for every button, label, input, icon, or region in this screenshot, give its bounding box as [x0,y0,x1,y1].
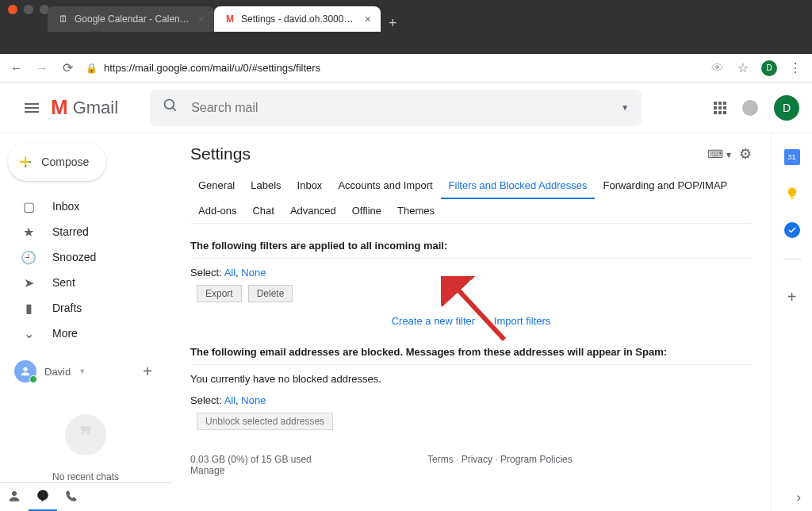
browser-tab-calendar[interactable]: 🗓 Google Calendar - Calendar sett × [48,6,214,32]
select-label: Select: [190,267,222,279]
browser-profile-badge[interactable]: D [761,60,777,76]
address-bar: ← → ⟳ 🔒 https://mail.google.com/mail/u/0… [0,54,812,83]
storage-text: 0.03 GB (0%) of 15 GB used [190,454,312,465]
compose-plus-icon: + [19,149,32,175]
browser-menu-icon[interactable]: ⋮ [788,60,802,75]
tab-advanced[interactable]: Advanced [282,198,344,223]
browser-chrome: 🗓 Google Calendar - Calendar sett × M Se… [0,0,812,54]
sidebar-item-starred[interactable]: ★ Starred [0,219,171,244]
gmail-m-icon: M [51,95,68,120]
tab-title: Settings - david.oh.3000@gma [241,13,360,25]
select-all-link[interactable]: All [224,394,236,406]
content: Settings ⌨ ▾ ⚙ GeneralLabelsInboxAccount… [171,133,771,511]
addr-right: 👁 ☆ D ⋮ [710,60,802,76]
tasks-addon-icon[interactable] [784,222,800,238]
clock-icon: 🕘 [21,250,36,265]
import-filters-link[interactable]: Import filters [494,315,551,327]
hangouts-area: ❞ No recent chats Start a new one [0,382,171,494]
tab-forwarding-and-pop-imap[interactable]: Forwarding and POP/IMAP [595,173,735,198]
gmail-logo-text: Gmail [73,98,118,118]
account-avatar[interactable]: D [774,95,799,121]
main-area: + Compose ▢ Inbox ★ Starred 🕘 Snoozed ➤ … [0,133,812,511]
url-input[interactable]: 🔒 https://mail.google.com/mail/u/0/#sett… [86,62,699,74]
sidebar-item-sent[interactable]: ➤ Sent [0,270,171,295]
notifications-icon[interactable] [742,100,758,116]
page-title: Settings [190,144,251,163]
tab-close-icon[interactable]: × [365,13,371,25]
footer: 0.03 GB (0%) of 15 GB used Manage Terms … [190,454,752,476]
tab-inbox[interactable]: Inbox [289,173,331,198]
add-user-icon[interactable]: + [143,363,159,381]
gmail-logo[interactable]: M Gmail [51,95,118,120]
compose-button[interactable]: + Compose [8,143,106,181]
tab-title: Google Calendar - Calendar sett [75,13,193,25]
gmail-header: M Gmail ▼ D [0,83,812,133]
nav-forward-icon[interactable]: → [35,61,49,75]
nav-reload-icon[interactable]: ⟳ [60,60,75,75]
tab-themes[interactable]: Themes [389,198,442,223]
filter-button-row: Export Delete [197,285,752,302]
sidebar-item-inbox[interactable]: ▢ Inbox [0,194,171,219]
delete-button[interactable]: Delete [248,285,293,302]
select-row-filters: Select: All, None [190,267,752,279]
terms-link[interactable]: Terms [427,454,454,465]
user-chip[interactable]: David ▼ + [0,360,171,382]
add-addon-icon[interactable]: + [787,288,797,306]
keyboard-icon[interactable]: ⌨ ▾ [707,148,731,160]
sidebar-item-more[interactable]: ⌄ More [0,321,171,346]
sidebar: + Compose ▢ Inbox ★ Starred 🕘 Snoozed ➤ … [0,133,171,511]
tab-offline[interactable]: Offline [344,198,389,223]
search-icon[interactable] [163,98,178,117]
footer-left: 0.03 GB (0%) of 15 GB used Manage [190,454,312,476]
browser-tabs: 🗓 Google Calendar - Calendar sett × M Se… [0,5,812,32]
nav-label: More [52,327,78,340]
tab-labels[interactable]: Labels [243,173,289,198]
nav-label: Starred [52,225,89,238]
search-dropdown-icon[interactable]: ▼ [621,103,629,112]
gear-icon[interactable]: ⚙ [739,145,752,163]
search-box[interactable]: ▼ [150,90,642,126]
manage-link[interactable]: Manage [190,465,224,476]
expand-side-panel-icon[interactable]: › [797,490,801,505]
sidebar-item-drafts[interactable]: ▮ Drafts [0,295,171,321]
right-rail: 31 + [771,133,812,511]
select-row-blocked: Select: All, None [190,394,752,406]
user-name: David [44,366,71,378]
apps-grid-icon[interactable] [714,102,726,114]
drafts-icon: ▮ [21,301,36,316]
create-filter-link[interactable]: Create a new filter [392,315,476,327]
select-none-link[interactable]: None [241,267,266,279]
tab-filters-and-blocked-addresses[interactable]: Filters and Blocked Addresses [441,173,596,199]
tab-close-icon[interactable]: × [198,13,205,25]
eye-icon[interactable]: 👁 [710,61,725,75]
export-button[interactable]: Export [197,285,242,302]
send-icon: ➤ [21,275,36,290]
window-minimize-button[interactable] [24,5,33,14]
main-menu-icon[interactable] [13,103,51,113]
star-icon[interactable]: ☆ [736,60,750,75]
tab-general[interactable]: General [190,173,243,198]
unblock-button[interactable]: Unblock selected addresses [197,413,333,430]
header-right: D [714,95,799,121]
nav-back-icon[interactable]: ← [10,61,24,75]
sidebar-item-snoozed[interactable]: 🕘 Snoozed [0,244,171,270]
new-tab-button[interactable]: + [381,15,405,32]
hangouts-tab-icon[interactable] [29,483,57,512]
calendar-addon-icon[interactable]: 31 [784,149,800,165]
privacy-link[interactable]: Privacy [462,454,492,465]
select-none-link[interactable]: None [241,394,266,406]
star-icon: ★ [21,225,36,240]
tab-accounts-and-import[interactable]: Accounts and Import [330,173,440,198]
tab-add-ons[interactable]: Add-ons [190,198,244,223]
window-close-button[interactable] [8,5,17,14]
tab-chat[interactable]: Chat [244,198,282,223]
search-input[interactable] [191,101,608,115]
keep-addon-icon[interactable] [784,186,800,202]
center-links: Create a new filter Import filters [190,315,752,327]
select-all-link[interactable]: All [224,267,236,279]
policies-link[interactable]: Program Policies [500,454,573,465]
contacts-tab-icon[interactable] [0,489,29,506]
phone-tab-icon[interactable] [57,490,86,505]
lock-icon: 🔒 [86,63,98,74]
browser-tab-gmail[interactable]: M Settings - david.oh.3000@gma × [214,6,381,32]
